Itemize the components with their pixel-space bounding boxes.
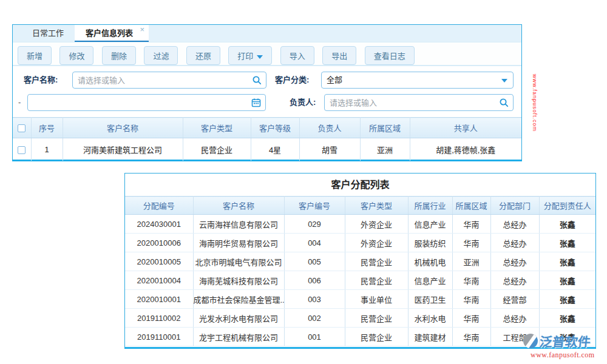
department-cell: 总经办 xyxy=(490,215,539,234)
allocation-id-link[interactable]: 2020010001 xyxy=(125,290,193,309)
industry-cell: 信息产业 xyxy=(408,215,452,234)
customer-name-input-box xyxy=(72,72,266,89)
customer-code-cell: 002 xyxy=(284,309,345,328)
customer-grade-cell: 4星 xyxy=(251,138,299,161)
brand-name: 泛普软件 xyxy=(538,332,591,350)
industry-cell: 水利水电 xyxy=(408,309,452,328)
customer-type-cell: 事业单位 xyxy=(345,290,408,309)
column-header-customer-code: 客户编号 xyxy=(284,197,345,215)
column-header-customer-grade: 客户等级 xyxy=(251,118,299,138)
screen: 日常工作 客户信息列表 × 新增 修改 删除 过滤 还原 打印 导入 导出 查看… xyxy=(0,0,607,364)
customer-type-cell: 外资企业 xyxy=(345,234,408,252)
print-button[interactable]: 打印 xyxy=(228,46,272,65)
table-row: 2020010005北京市明城电气有限公司005民营企业机械机电亚洲总经办张鑫 xyxy=(125,252,595,271)
allocation-id-link[interactable]: 2019110002 xyxy=(125,309,193,328)
view-log-button[interactable]: 查看日志 xyxy=(365,46,415,65)
industry-cell: 医药卫生 xyxy=(408,290,452,309)
column-header-region: 所属区域 xyxy=(452,197,490,215)
manager-link[interactable]: 胡雪 xyxy=(299,138,360,161)
customer-name-link[interactable]: 成都市社会保险基金管理... xyxy=(193,290,284,309)
allocation-panel: 客户分配列表 分配编号客户名称客户编号客户类型所属行业所属区域分配部门分配到责任… xyxy=(124,173,596,349)
customer-name-link[interactable]: 海南明华贸易有限公司 xyxy=(193,234,284,252)
customer-type-cell: 民营企业 xyxy=(345,328,408,346)
export-button[interactable]: 导出 xyxy=(322,46,356,65)
customer-type-cell: 民营企业 xyxy=(183,138,251,161)
selected-value: 全部 xyxy=(327,75,342,84)
customer-name-label: 客户名称: xyxy=(24,72,58,89)
table-row: 2020010001成都市社会保险基金管理...003事业单位医药卫生华南经营部… xyxy=(125,290,595,309)
customer-category-label: 客户分类: xyxy=(275,72,309,89)
customer-name-link[interactable]: 云南海祥信息有限公司 xyxy=(193,215,284,234)
allocation-id-link[interactable]: 2020010006 xyxy=(125,234,193,252)
restore-button[interactable]: 还原 xyxy=(186,46,220,65)
customer-list-panel: 日常工作 客户信息列表 × 新增 修改 删除 过滤 还原 打印 导入 导出 查看… xyxy=(12,24,522,161)
responsible-link[interactable]: 张鑫 xyxy=(539,215,595,234)
chevron-down-icon xyxy=(501,79,507,83)
customer-name-link[interactable]: 龙宇工程机械有限公司 xyxy=(193,328,284,346)
tab-label: 客户信息列表 xyxy=(86,29,133,38)
region-cell: 华南 xyxy=(452,290,490,309)
customer-name-link[interactable]: 北京市明城电气有限公司 xyxy=(193,252,284,271)
fanpu-logo-icon xyxy=(523,334,538,348)
table-row: 1 河南美新建筑工程公司 民营企业 4星 胡雪 亚洲 胡建,蒋德帧,张鑫 xyxy=(13,138,521,161)
allocation-id-link[interactable]: 2020010005 xyxy=(125,252,193,271)
import-button[interactable]: 导入 xyxy=(280,46,314,65)
department-cell: 总经办 xyxy=(490,309,539,328)
customer-category-select[interactable]: 全部 xyxy=(321,72,514,89)
table-row: 2024030001云南海祥信息有限公司029外资企业信息产业华南总经办张鑫 xyxy=(125,215,595,234)
column-header-responsible: 分配到责任人 xyxy=(539,197,595,215)
tab-label: 日常工作 xyxy=(32,29,64,38)
customer-name-input[interactable] xyxy=(73,72,266,88)
column-header-customer-name: 客户名称 xyxy=(193,197,284,215)
table-row: 2020010006海南明华贸易有限公司004外资企业服装纺织华南总经办张鑫 xyxy=(125,234,595,252)
manager-input[interactable] xyxy=(325,95,513,110)
select-all-checkbox[interactable] xyxy=(18,124,25,132)
responsible-link[interactable]: 张鑫 xyxy=(539,271,595,290)
calendar-icon[interactable] xyxy=(251,98,261,107)
region-cell: 华南 xyxy=(452,309,490,328)
industry-cell: 机械机电 xyxy=(408,252,452,271)
search-icon[interactable] xyxy=(252,75,262,85)
search-icon[interactable] xyxy=(499,98,509,107)
date-input-box xyxy=(27,94,266,111)
responsible-link[interactable]: 张鑫 xyxy=(539,290,595,309)
delete-button[interactable]: 删除 xyxy=(102,46,136,65)
add-button[interactable]: 新增 xyxy=(18,46,52,65)
customer-code-cell: 029 xyxy=(284,215,345,234)
filter-area: 客户名称: 客户分类: 全部 - xyxy=(13,66,521,117)
responsible-link[interactable]: 张鑫 xyxy=(539,309,595,328)
column-header-industry: 所属行业 xyxy=(408,197,452,215)
tab-bar: 日常工作 客户信息列表 × xyxy=(13,25,521,42)
customer-name-link[interactable]: 海南芜城科技有限公司 xyxy=(193,271,284,290)
customer-name-link[interactable]: 光发水利水电有限公司 xyxy=(193,309,284,328)
brand-watermark: 泛普软件 www.fanpusoft.com xyxy=(523,332,603,360)
customer-type-cell: 民营企业 xyxy=(345,252,408,271)
seq-cell: 1 xyxy=(31,138,63,161)
region-cell: 华南 xyxy=(452,271,490,290)
customer-code-cell: 003 xyxy=(284,290,345,309)
customer-name-link[interactable]: 河南美新建筑工程公司 xyxy=(63,138,183,161)
customer-type-cell: 民营企业 xyxy=(345,271,408,290)
allocation-id-link[interactable]: 2020010004 xyxy=(125,271,193,290)
close-icon[interactable]: × xyxy=(140,25,144,33)
region-cell: 华南 xyxy=(452,328,490,346)
edit-button[interactable]: 修改 xyxy=(59,46,93,65)
region-cell: 亚洲 xyxy=(452,252,490,271)
filter-button[interactable]: 过滤 xyxy=(144,46,178,65)
tab-daily-work[interactable]: 日常工作 xyxy=(21,25,75,42)
tab-customer-info-list[interactable]: 客户信息列表 × xyxy=(75,25,149,42)
customer-table-header-row: 序号 客户名称 客户类型 客户等级 负责人 所属区域 共享人 xyxy=(13,118,521,138)
allocation-table-header-row: 分配编号客户名称客户编号客户类型所属行业所属区域分配部门分配到责任人 xyxy=(125,197,595,215)
department-cell: 总经办 xyxy=(490,271,539,290)
customer-code-cell: 005 xyxy=(284,252,345,271)
row-checkbox[interactable] xyxy=(18,146,25,154)
date-input[interactable] xyxy=(28,95,265,110)
region-cell: 亚洲 xyxy=(360,138,410,161)
chevron-down-icon xyxy=(257,55,263,59)
allocation-id-link[interactable]: 2024030001 xyxy=(125,215,193,234)
column-header-allocation-id: 分配编号 xyxy=(125,197,193,215)
responsible-link[interactable]: 张鑫 xyxy=(539,234,595,252)
responsible-link[interactable]: 张鑫 xyxy=(539,252,595,271)
allocation-id-link[interactable]: 2019110001 xyxy=(125,328,193,346)
column-header-department: 分配部门 xyxy=(490,197,539,215)
